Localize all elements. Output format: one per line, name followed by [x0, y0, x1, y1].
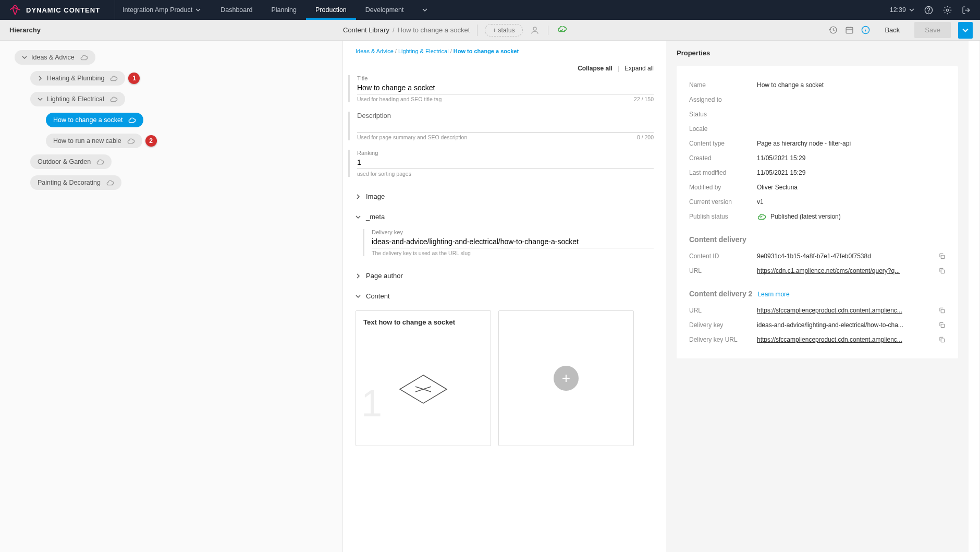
svg-rect-4: [847, 28, 853, 33]
cloud-icon: [127, 138, 135, 144]
copy-icon[interactable]: [933, 267, 946, 274]
calendar-icon[interactable]: [845, 26, 854, 34]
ranking-input[interactable]: [357, 156, 654, 169]
prop-key: URL: [689, 307, 757, 314]
subheader-icons: [530, 26, 567, 35]
copy-icon[interactable]: [933, 253, 946, 260]
tab-development[interactable]: Development: [356, 0, 413, 20]
sub-header: Hierarchy Content Library / How to chang…: [0, 20, 980, 41]
tree-label: How to change a socket: [53, 116, 123, 124]
title-count: 22 / 150: [634, 96, 654, 102]
time-display[interactable]: 12:39: [890, 6, 914, 14]
cloud-icon: [106, 179, 114, 186]
prop-value: [757, 125, 946, 133]
info-icon[interactable]: [861, 26, 870, 34]
panel-title: Hierarchy: [0, 26, 343, 34]
tab-dashboard[interactable]: Dashboard: [211, 0, 262, 20]
logout-icon[interactable]: [961, 5, 971, 15]
hub-selector[interactable]: Integration Amp Product: [123, 6, 201, 14]
prop-value: Page as hierarchy node - filter-api: [757, 140, 946, 147]
field-hint: Used for page summary and SEO descriptio…: [357, 134, 467, 140]
history-icon[interactable]: [829, 26, 838, 34]
tree-node-painting[interactable]: Painting & Decorating: [30, 175, 121, 190]
svg-rect-7: [941, 270, 944, 273]
chevron-down-icon: [38, 97, 43, 102]
copy-icon[interactable]: [933, 321, 946, 329]
chevron-down-icon: [356, 294, 361, 299]
cloud-check-icon[interactable]: [557, 26, 567, 34]
card-number: 1: [361, 382, 382, 425]
field-label: Delivery key: [372, 229, 654, 235]
delivery2-url-link[interactable]: https://sfccamplienceproduct.cdn.content…: [757, 307, 902, 314]
tab-planning[interactable]: Planning: [262, 0, 306, 20]
tree-node-heating[interactable]: Heating & Plumbing: [30, 71, 125, 86]
field-hint: The delivery key is used as the URL slug: [372, 250, 471, 256]
content-card[interactable]: Text how to change a socket 1: [356, 310, 491, 446]
main: Ideas & Advice Heating & Plumbing 1 Ligh…: [0, 41, 980, 552]
delivery-key-value: ideas-and-advice/lighting-and-electrical…: [757, 321, 903, 329]
save-dropdown-button[interactable]: [958, 22, 973, 39]
bc-link[interactable]: Lighting & Electrical: [398, 48, 449, 54]
field-ranking: Ranking used for sorting pages: [348, 150, 654, 177]
tree-node-outdoor[interactable]: Outdoor & Garden: [30, 154, 112, 169]
bc-current: How to change a socket: [454, 48, 519, 54]
tree-label: Heating & Plumbing: [47, 75, 104, 82]
prop-key: Locale: [689, 125, 757, 133]
tree-node-socket[interactable]: How to change a socket: [46, 113, 143, 127]
tree-label: Outdoor & Garden: [38, 158, 91, 165]
tree-label: Painting & Decorating: [38, 179, 101, 186]
section-image[interactable]: Image: [356, 186, 654, 207]
section-label: _meta: [366, 213, 385, 221]
breadcrumb-library[interactable]: Content Library: [343, 26, 389, 34]
field-hint: Used for heading and SEO title tag: [357, 96, 442, 102]
copy-icon[interactable]: [933, 336, 946, 343]
prop-value: v1: [757, 198, 946, 206]
brand-label: DYNAMIC CONTENT: [26, 6, 100, 14]
copy-icon[interactable]: [933, 307, 946, 314]
section-author[interactable]: Page author: [356, 266, 654, 286]
prop-key: Name: [689, 81, 757, 89]
annotation-badge-1: 1: [128, 73, 140, 84]
section-content[interactable]: Content: [356, 286, 654, 306]
add-content-card[interactable]: +: [498, 310, 634, 446]
delivery-key-input[interactable]: [372, 235, 654, 248]
chevron-down-icon: [356, 214, 361, 220]
subheader-center: Content Library / How to change a socket…: [343, 24, 829, 37]
status-chip[interactable]: + status: [485, 24, 522, 37]
card-title: Text how to change a socket: [363, 318, 483, 326]
chevron-down-icon: [22, 55, 27, 60]
title-input[interactable]: [357, 81, 654, 94]
tree-node-lighting[interactable]: Lighting & Electrical: [30, 92, 125, 106]
bc-link[interactable]: Ideas & Advice: [356, 48, 394, 54]
back-button[interactable]: Back: [877, 26, 907, 34]
prop-key: Content type: [689, 140, 757, 147]
learn-more-link[interactable]: Learn more: [757, 291, 789, 298]
cloud-icon: [128, 117, 136, 123]
prop-key: Last modified: [689, 169, 757, 176]
delivery-key-url-link[interactable]: https://sfccamplienceproduct.cdn.content…: [757, 336, 902, 343]
collapse-all-button[interactable]: Collapse all: [578, 65, 612, 72]
save-button: Save: [914, 22, 951, 38]
settings-icon[interactable]: [942, 5, 952, 15]
section-content-delivery-2: Content delivery 2Learn more: [689, 290, 946, 298]
tab-production[interactable]: Production: [306, 0, 356, 20]
delivery-url-link[interactable]: https://cdn.c1.amplience.net/cms/content…: [757, 267, 900, 274]
help-icon[interactable]: [924, 5, 933, 15]
content-id-value: 9e0931c4-1b15-4a8f-b7e1-47feb0f7538d: [757, 253, 871, 260]
tab-more[interactable]: [413, 0, 437, 20]
hub-label: Integration Amp Product: [123, 6, 192, 14]
properties-panel: Properties NameHow to change a socket As…: [666, 41, 969, 552]
prop-key: Status: [689, 111, 757, 118]
field-description: Description Used for page summary and SE…: [348, 112, 654, 140]
svg-rect-9: [941, 324, 944, 327]
tree-node-root[interactable]: Ideas & Advice: [15, 50, 95, 65]
user-icon[interactable]: [530, 26, 540, 35]
tree-node-cable[interactable]: How to run a new cable: [46, 134, 142, 148]
section-meta[interactable]: _meta: [356, 207, 654, 227]
description-input[interactable]: [357, 119, 654, 133]
prop-key: Publish status: [689, 213, 757, 220]
svg-rect-10: [941, 339, 944, 342]
editor-panel: Ideas & Advice / Lighting & Electrical /…: [343, 41, 980, 552]
expand-all-button[interactable]: Expand all: [624, 65, 654, 72]
annotation-badge-2: 2: [145, 135, 157, 147]
